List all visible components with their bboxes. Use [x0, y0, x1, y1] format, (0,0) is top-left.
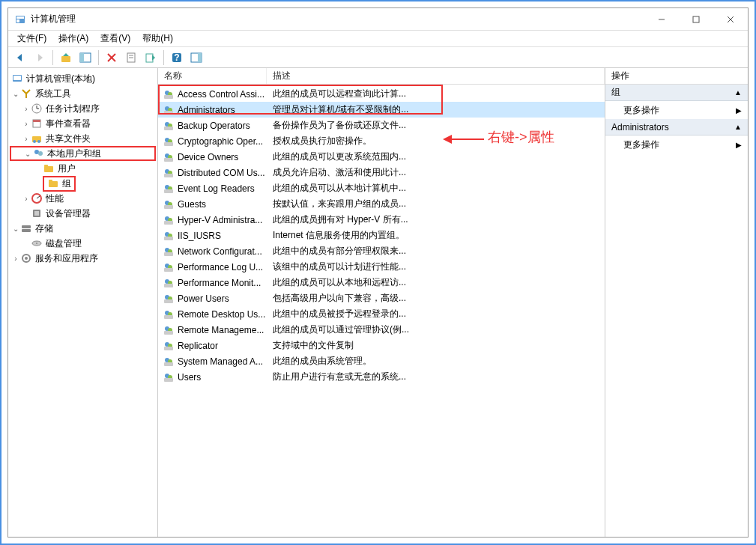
- list-row[interactable]: Administrators管理员对计算机/域有不受限制的...: [158, 102, 605, 118]
- arrow-right-icon: ▶: [736, 141, 742, 149]
- svg-rect-2: [16, 19, 19, 22]
- row-desc: 防止用户进行有意或无意的系统...: [270, 371, 605, 383]
- svg-rect-19: [198, 53, 202, 62]
- group-icon: [163, 356, 175, 368]
- actions-more-2[interactable]: 更多操作 ▶: [605, 136, 748, 153]
- expander-icon[interactable]: ⌄: [11, 90, 20, 98]
- row-name: Device Owners: [178, 152, 270, 162]
- menu-help[interactable]: 帮助(H): [136, 31, 179, 46]
- row-desc: 此组的成员可以远程查询此计算...: [270, 88, 605, 100]
- row-desc: 此组的成员可以更改系统范围内...: [270, 150, 605, 163]
- export-button[interactable]: [142, 49, 160, 67]
- group-icon: [163, 230, 175, 242]
- expander-icon[interactable]: ›: [11, 255, 20, 263]
- maximize-button[interactable]: [679, 8, 713, 31]
- list-row[interactable]: Performance Monit...此组的成员可以从本地和远程访...: [158, 275, 605, 290]
- svg-rect-57: [164, 142, 173, 146]
- tree-label: 本地用户和组: [47, 147, 101, 160]
- expander-icon[interactable]: ›: [22, 105, 31, 113]
- tree-services-apps[interactable]: › 服务和应用程序: [10, 251, 156, 266]
- group-icon: [163, 277, 175, 289]
- group-icon: [163, 293, 175, 305]
- list-row[interactable]: Access Control Assi...此组的成员可以远程查询此计算...: [158, 86, 605, 102]
- expander-icon[interactable]: ›: [22, 120, 31, 128]
- svg-rect-32: [44, 166, 53, 172]
- svg-rect-90: [164, 315, 173, 319]
- list-row[interactable]: Event Log Readers此组的成员可以从本地计算机中...: [158, 180, 605, 196]
- group-icon: [163, 324, 175, 336]
- list-row[interactable]: Device Owners此组的成员可以更改系统范围内...: [158, 149, 605, 165]
- tree-storage[interactable]: ⌄ 存储: [10, 221, 156, 236]
- expander-icon[interactable]: ›: [22, 135, 31, 143]
- tree-disk-management[interactable]: › 磁盘管理: [10, 236, 156, 251]
- show-actions-button[interactable]: [187, 49, 205, 67]
- list-row[interactable]: Performance Log U...该组中的成员可以计划进行性能...: [158, 259, 605, 275]
- svg-rect-51: [164, 111, 173, 115]
- properties-button[interactable]: [122, 49, 140, 67]
- minimize-button[interactable]: [644, 8, 679, 31]
- back-button[interactable]: [11, 49, 29, 67]
- performance-icon: [31, 192, 43, 204]
- list-row[interactable]: System Managed A...此组的成员由系统管理。: [158, 353, 605, 369]
- actions-section-groups[interactable]: 组 ▲: [605, 85, 748, 101]
- tree-groups[interactable]: › 组: [10, 176, 156, 191]
- svg-rect-33: [44, 165, 48, 167]
- group-icon: [163, 104, 175, 116]
- close-button[interactable]: [713, 8, 748, 31]
- menu-file[interactable]: 文件(F): [11, 31, 52, 46]
- expander-icon[interactable]: ⌄: [23, 150, 32, 158]
- titlebar: 计算机管理: [8, 8, 748, 31]
- caret-up-icon: ▲: [734, 123, 742, 131]
- list-row[interactable]: Hyper-V Administra...此组的成员拥有对 Hyper-V 所有…: [158, 212, 605, 228]
- svg-point-43: [36, 243, 37, 244]
- tree-label: 设备管理器: [46, 207, 91, 220]
- svg-rect-39: [34, 211, 39, 216]
- row-name: System Managed A...: [178, 356, 270, 367]
- list-row[interactable]: Remote Desktop Us...此组中的成员被授予远程登录的...: [158, 306, 605, 322]
- menu-action[interactable]: 操作(A): [52, 31, 94, 46]
- list-body[interactable]: Access Control Assi...此组的成员可以远程查询此计算...A…: [158, 85, 605, 537]
- tree-users[interactable]: › 用户: [10, 161, 156, 176]
- forward-button[interactable]: [31, 49, 49, 67]
- list-row[interactable]: Remote Manageme...此组的成员可以通过管理协议(例...: [158, 322, 605, 338]
- tree-local-users-groups[interactable]: ⌄ 本地用户和组: [10, 146, 156, 161]
- tree-system-tools[interactable]: ⌄ 系统工具: [10, 86, 156, 101]
- column-desc[interactable]: 描述: [267, 68, 605, 84]
- menu-view[interactable]: 查看(V): [94, 31, 136, 46]
- svg-rect-1: [16, 16, 24, 19]
- list-row[interactable]: Backup Operators备份操作员为了备份或还原文件...: [158, 118, 605, 133]
- up-button[interactable]: [57, 49, 75, 67]
- device-icon: [31, 207, 43, 219]
- row-desc: 此组的成员拥有对 Hyper-V 所有...: [270, 213, 605, 226]
- list-row[interactable]: Distributed COM Us...成员允许启动、激活和使用此计...: [158, 165, 605, 180]
- services-icon: [20, 252, 32, 264]
- actions-section-administrators[interactable]: Administrators ▲: [605, 119, 748, 136]
- tree-root[interactable]: 计算机管理(本地): [10, 71, 156, 86]
- column-name[interactable]: 名称: [158, 68, 267, 84]
- tree-performance[interactable]: › 性能: [10, 191, 156, 206]
- disk-icon: [31, 237, 43, 249]
- delete-button[interactable]: [103, 49, 121, 67]
- show-hide-tree-button[interactable]: [76, 49, 94, 67]
- expander-icon[interactable]: ⌄: [11, 225, 20, 233]
- list-row[interactable]: Guests按默认值，来宾跟用户组的成员...: [158, 196, 605, 212]
- svg-rect-60: [164, 158, 173, 162]
- tree-label: 服务和应用程序: [35, 252, 98, 265]
- tree-task-scheduler[interactable]: › 任务计划程序: [10, 101, 156, 116]
- expander-icon[interactable]: ›: [22, 195, 31, 203]
- list-header: 名称 描述: [158, 68, 605, 85]
- list-row[interactable]: Replicator支持域中的文件复制: [158, 338, 605, 353]
- actions-more-1[interactable]: 更多操作 ▶: [605, 101, 748, 119]
- tree-event-viewer[interactable]: › 事件查看器: [10, 116, 156, 131]
- navigation-tree[interactable]: 计算机管理(本地) ⌄ 系统工具 › 任务计划程序 › 事件查看器 › 共享文件…: [8, 68, 158, 537]
- row-name: Users: [178, 372, 270, 383]
- list-row[interactable]: Network Configurat...此组中的成员有部分管理权限来...: [158, 243, 605, 259]
- help-button[interactable]: ?: [168, 49, 186, 67]
- list-row[interactable]: Power Users包括高级用户以向下兼容，高级...: [158, 290, 605, 306]
- list-row[interactable]: IIS_IUSRSInternet 信息服务使用的内置组。: [158, 228, 605, 243]
- tree-device-manager[interactable]: › 设备管理器: [10, 206, 156, 221]
- list-row[interactable]: Cryptographic Oper...授权成员执行加密操作。: [158, 133, 605, 149]
- tree-shared-folders[interactable]: › 共享文件夹: [10, 131, 156, 146]
- list-row[interactable]: Users防止用户进行有意或无意的系统...: [158, 369, 605, 385]
- group-icon: [163, 246, 175, 258]
